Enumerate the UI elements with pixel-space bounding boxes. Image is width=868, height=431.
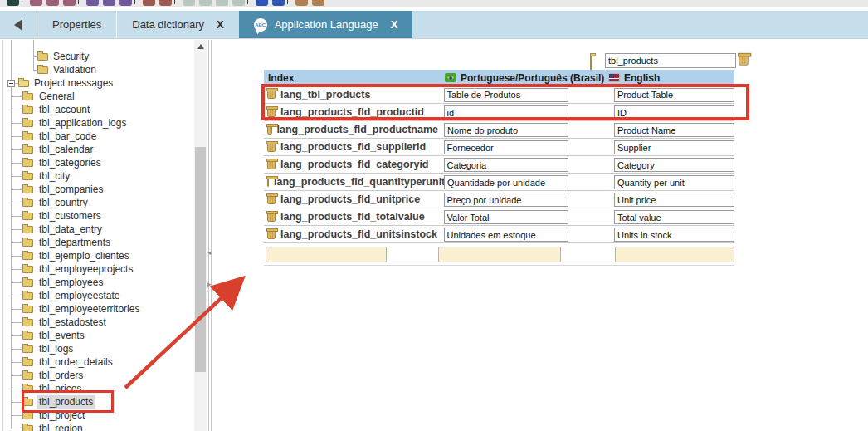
splitter-collapse-left-icon[interactable]: ◂ <box>207 249 212 257</box>
tree-item-validation[interactable]: Validation <box>0 63 193 76</box>
tree-item-tbl-data-entry[interactable]: tbl_data_entry <box>0 223 193 236</box>
group-rust-icon[interactable] <box>159 0 172 6</box>
english-input[interactable] <box>614 140 734 154</box>
tree-item-tbl-calendar[interactable]: tbl_calendar <box>0 143 193 156</box>
tree-item-tbl-customers[interactable]: tbl_customers <box>0 209 193 223</box>
message-group-input[interactable] <box>605 53 736 68</box>
group-teal-icon[interactable] <box>7 0 19 6</box>
trash-icon[interactable] <box>267 195 276 204</box>
group-mauve-icon[interactable] <box>63 0 76 6</box>
english-input[interactable] <box>614 88 734 102</box>
splitter-line <box>208 40 209 431</box>
group-sage-icon[interactable] <box>199 0 212 6</box>
tree-item-security[interactable]: Security <box>0 50 193 63</box>
group-rust-icon[interactable] <box>143 0 155 6</box>
portuguese-input[interactable] <box>444 88 568 102</box>
tree-item-tbl-employeeprojects[interactable]: tbl_employeeprojects <box>0 262 193 276</box>
tree-item-tbl-order-details[interactable]: tbl_order_details <box>0 355 193 369</box>
trash-icon[interactable] <box>267 230 276 239</box>
new-index-input[interactable] <box>266 247 387 262</box>
close-icon[interactable]: X <box>391 18 398 31</box>
tab-data-dictionary[interactable]: Data dictionary X <box>116 11 238 38</box>
group-sage-icon[interactable] <box>216 0 228 6</box>
tree-item-tbl-estadostest[interactable]: tbl_estadostest <box>0 316 193 329</box>
tree-item-tbl-project[interactable]: tbl_project <box>0 409 193 422</box>
tree-item-tbl-country[interactable]: tbl_country <box>0 196 193 209</box>
tree-item-tbl-account[interactable]: tbl_account <box>0 103 193 116</box>
new-english-input[interactable] <box>615 247 734 262</box>
tree-item-tbl-region[interactable]: tbl_region <box>0 422 193 431</box>
tree-item-tbl-events[interactable]: tbl_events <box>0 329 193 342</box>
tree-item-tbl-departments[interactable]: tbl_departments <box>0 236 193 249</box>
tree-item-label: tbl_customers <box>37 209 104 223</box>
trash-icon[interactable] <box>267 178 269 187</box>
portuguese-input[interactable] <box>444 193 568 207</box>
portuguese-input[interactable] <box>444 123 568 137</box>
tree-item-tbl-employees[interactable]: tbl_employees <box>0 276 193 289</box>
scroll-up-button[interactable] <box>194 40 207 53</box>
tree-item-tbl-bar-code[interactable]: tbl_bar_code <box>0 130 193 143</box>
group-purple-icon[interactable] <box>119 0 132 6</box>
tree-item-tbl-logs[interactable]: tbl_logs <box>0 342 193 355</box>
back-chevron-icon[interactable] <box>0 11 37 38</box>
tree-item-tbl-companies[interactable]: tbl_companies <box>0 183 193 196</box>
tree-connector <box>11 189 22 190</box>
tree-item-tbl-employeeterritories[interactable]: tbl_employeeterritories <box>0 302 193 316</box>
portuguese-input[interactable] <box>444 175 568 189</box>
portuguese-input[interactable] <box>444 228 568 242</box>
english-input[interactable] <box>614 193 734 207</box>
english-input[interactable] <box>614 210 734 224</box>
trash-icon[interactable] <box>267 213 276 222</box>
new-portuguese-input[interactable] <box>438 247 561 262</box>
tab-properties[interactable]: Properties <box>37 11 116 38</box>
group-mauve-icon[interactable] <box>46 0 59 6</box>
group-sage-icon[interactable] <box>183 0 195 6</box>
group-blue-icon[interactable] <box>272 0 285 6</box>
collapse-minus-icon[interactable] <box>7 80 15 87</box>
toolbar-separator <box>174 0 175 4</box>
tree-item-tbl-employeestate[interactable]: tbl_employeestate <box>0 289 193 302</box>
tree-item-label: Security <box>51 50 91 63</box>
scrollbar-thumb[interactable] <box>195 147 206 372</box>
trash-icon[interactable] <box>267 160 276 169</box>
portuguese-input[interactable] <box>444 140 568 154</box>
tree-item-tbl-application-logs[interactable]: tbl_application_logs <box>0 116 193 130</box>
english-input[interactable] <box>614 158 734 172</box>
splitter-line <box>211 40 212 431</box>
trash-icon[interactable] <box>267 143 276 152</box>
tree-item-tbl-ejemplo-clientes[interactable]: tbl_ejemplo_clientes <box>0 249 193 262</box>
group-tan-icon[interactable] <box>295 0 308 6</box>
table-row-lang_products_fld_unitprice: lang_products_fld_unitprice <box>264 191 734 208</box>
tree-item-general[interactable]: General <box>0 90 193 103</box>
group-purple-icon[interactable] <box>86 0 99 6</box>
portuguese-input[interactable] <box>444 105 568 120</box>
tree-item-tbl-categories[interactable]: tbl_categories <box>0 156 193 169</box>
group-mauve-icon[interactable] <box>30 0 42 6</box>
tab-application-language[interactable]: ABC Application Language X <box>239 11 413 38</box>
tree-connector <box>11 415 22 416</box>
trash-icon[interactable] <box>267 108 276 117</box>
trash-icon[interactable] <box>739 55 749 66</box>
tree-scrollbar[interactable] <box>194 40 207 431</box>
tree-item-project-messages[interactable]: Project messages <box>0 76 193 90</box>
english-input[interactable] <box>614 175 734 189</box>
index-cell: lang_products_fld_productname <box>264 124 438 135</box>
group-tan-icon[interactable] <box>312 0 324 6</box>
english-input[interactable] <box>614 228 734 242</box>
portuguese-input[interactable] <box>444 158 568 172</box>
english-input[interactable] <box>614 123 734 137</box>
portuguese-input[interactable] <box>444 210 568 224</box>
tree-item-tbl-city[interactable]: tbl_city <box>0 169 193 183</box>
tree-item-tbl-prices[interactable]: tbl_prices <box>0 382 193 395</box>
group-purple-icon[interactable] <box>103 0 115 6</box>
tree-item-tbl-orders[interactable]: tbl_orders <box>0 369 193 382</box>
trash-icon[interactable] <box>267 125 272 135</box>
trash-icon[interactable] <box>267 90 276 99</box>
group-blue-icon[interactable] <box>256 0 268 6</box>
table-row-lang_products_fld_productname: lang_products_fld_productname <box>264 121 734 139</box>
close-icon[interactable]: X <box>217 18 224 31</box>
splitter-collapse-right-icon[interactable]: ▸ <box>207 281 212 288</box>
group-sage-icon[interactable] <box>232 0 245 6</box>
english-input[interactable] <box>614 105 734 120</box>
tree-item-tbl-products[interactable]: tbl_products <box>0 395 193 409</box>
